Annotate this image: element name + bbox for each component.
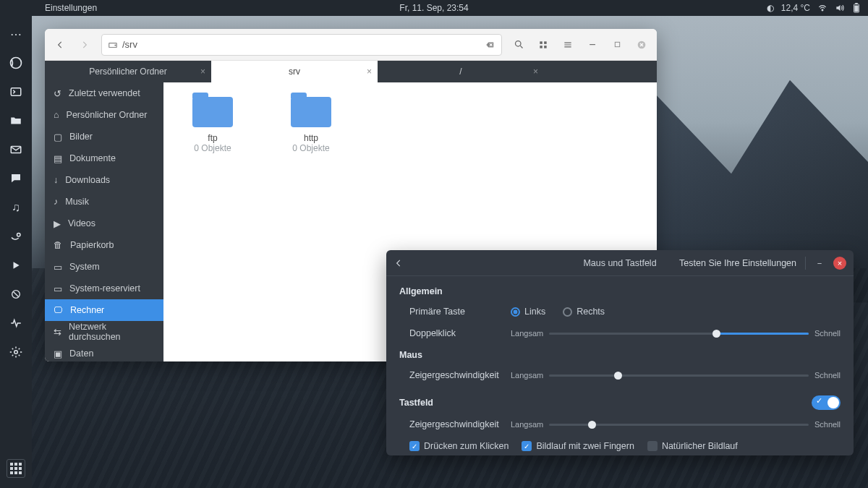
test-settings-button[interactable]: Testen Sie Ihre Einstellungen	[679, 258, 796, 268]
maximize-button[interactable]	[606, 34, 628, 56]
temperature-indicator[interactable]: 12,4 °C	[781, 3, 810, 13]
night-light-icon[interactable]: ◐	[767, 3, 774, 13]
path-text: /srv	[122, 39, 137, 50]
dock-music-icon[interactable]: ♫	[8, 200, 24, 215]
dock-block-icon[interactable]	[8, 286, 24, 302]
dock-chat-icon[interactable]	[8, 171, 24, 187]
sidebar-item-network[interactable]: ⇆Netzwerk durchsuchen	[45, 321, 163, 343]
mouse-speed-slider[interactable]: Langsam Schnell	[511, 371, 841, 380]
folder-ftp[interactable]: ftp 0 Objekte	[178, 97, 247, 153]
close-button[interactable]: ×	[833, 257, 846, 270]
pictures-icon: ▢	[54, 132, 62, 142]
sidebar-item-documents[interactable]: ▤Dokumente	[45, 147, 163, 169]
dock-files-icon[interactable]	[8, 113, 24, 129]
tab-root[interactable]: /×	[378, 61, 544, 82]
pointer-speed-label: Zeigergeschwindigkeit	[409, 370, 511, 380]
sidebar-item-label: System-reserviert	[69, 283, 140, 294]
drive-icon: ▭	[54, 262, 62, 273]
sidebar-item-data[interactable]: ▣Daten	[45, 343, 163, 361]
svg-point-9	[14, 351, 18, 354]
section-touchpad: Tastfeld	[399, 398, 433, 408]
dock-mail-icon[interactable]	[8, 142, 24, 158]
sidebar-item-label: Dokumente	[69, 153, 116, 163]
home-icon: ⌂	[54, 110, 59, 120]
folder-http[interactable]: http 0 Objekte	[276, 97, 346, 153]
checkbox-two-finger-scroll[interactable]: ✓	[522, 441, 532, 451]
search-button[interactable]	[508, 34, 529, 56]
sidebar-item-home[interactable]: ⌂Persönlicher Ordner	[45, 104, 163, 126]
sidebar-item-music[interactable]: ♪Musik	[45, 191, 163, 213]
clear-path-icon[interactable]	[484, 40, 495, 50]
slider-max-label: Schnell	[814, 420, 841, 429]
folder-icon	[291, 97, 331, 127]
sidebar-item-trash[interactable]: 🗑Papierkorb	[45, 234, 163, 256]
sidebar-item-downloads[interactable]: ↓Downloads	[45, 169, 163, 191]
sidebar-item-computer[interactable]: 🖵Rechner	[45, 299, 163, 321]
volume-icon[interactable]	[835, 3, 845, 13]
tab-home[interactable]: Persönlicher Ordner×	[45, 61, 211, 82]
show-applications-button[interactable]	[7, 459, 25, 478]
svg-rect-13	[540, 41, 542, 44]
touchpad-toggle[interactable]	[812, 395, 841, 410]
dock-steam-icon[interactable]	[8, 228, 24, 244]
dock-terminal-icon[interactable]	[8, 84, 24, 100]
grid-view-button[interactable]	[532, 34, 554, 56]
folder-icon: ▣	[54, 348, 62, 359]
sidebar-item-label: Bilder	[69, 132, 93, 142]
back-button[interactable]	[49, 34, 71, 56]
tab-label: Persönlicher Ordner	[89, 67, 166, 77]
close-icon[interactable]: ×	[367, 67, 372, 77]
radio-left-label: Links	[524, 307, 545, 317]
downloads-icon: ↓	[54, 175, 58, 185]
clock[interactable]: Fr, 11. Sep, 23:54	[0, 3, 868, 13]
minimize-button[interactable]: −	[813, 257, 826, 270]
tab-label: srv	[289, 67, 300, 77]
double-click-label: Doppelklick	[409, 328, 511, 338]
dock-more-icon[interactable]: ⋯	[8, 26, 24, 42]
minimize-button[interactable]: −	[582, 34, 603, 56]
sidebar-item-label: Zuletzt verwendet	[69, 88, 140, 98]
radio-right[interactable]	[563, 307, 572, 317]
path-bar[interactable]: /srv	[101, 34, 502, 56]
forward-button[interactable]	[74, 34, 95, 56]
dock-settings-icon[interactable]	[8, 344, 24, 360]
hamburger-menu-button[interactable]	[557, 34, 579, 56]
slider-min-label: Langsam	[511, 420, 543, 429]
active-app-label[interactable]: Einstellungen	[45, 3, 97, 13]
svg-point-11	[115, 45, 116, 46]
close-icon[interactable]: ×	[200, 67, 205, 77]
dock-firefox-icon[interactable]	[8, 55, 24, 71]
sidebar-item-videos[interactable]: ▶Videos	[45, 213, 163, 234]
checkbox-label: Drücken zum Klicken	[424, 441, 509, 451]
double-click-slider[interactable]: Langsam Schnell	[511, 329, 841, 338]
top-bar: Einstellungen Fr, 11. Sep, 23:54 ◐ 12,4 …	[0, 0, 868, 16]
drive-icon: ▭	[54, 283, 62, 294]
sidebar-item-label: Daten	[69, 348, 93, 359]
network-icon: ⇆	[54, 327, 61, 338]
touchpad-speed-slider[interactable]: Langsam Schnell	[511, 420, 841, 429]
dock-activity-icon[interactable]	[8, 315, 24, 331]
wifi-icon[interactable]	[817, 3, 827, 13]
videos-icon: ▶	[54, 218, 61, 229]
sidebar-item-recent[interactable]: ↺Zuletzt verwendet	[45, 82, 163, 104]
tab-srv[interactable]: srv×	[211, 61, 378, 82]
svg-rect-2	[855, 3, 858, 4]
sidebar-item-pictures[interactable]: ▢Bilder	[45, 126, 163, 147]
folder-subtitle: 0 Objekte	[178, 143, 247, 153]
checkbox-label: Bildlauf mit zwei Fingern	[536, 441, 634, 451]
back-button[interactable]	[393, 258, 404, 268]
battery-icon[interactable]	[852, 3, 861, 13]
svg-rect-5	[11, 88, 21, 96]
svg-point-7	[17, 234, 21, 237]
close-icon[interactable]: ×	[533, 67, 538, 77]
folder-icon	[192, 97, 233, 127]
sidebar-item-system-reserved[interactable]: ▭System-reserviert	[45, 278, 163, 299]
dock-play-icon[interactable]	[8, 257, 24, 273]
checkbox-natural-scroll[interactable]: ✓	[647, 441, 658, 451]
checkbox-tap-to-click[interactable]: ✓	[409, 441, 420, 451]
file-manager-toolbar: /srv −	[45, 29, 657, 61]
radio-left[interactable]	[511, 307, 520, 317]
close-button[interactable]	[631, 34, 652, 56]
sidebar-item-label: Papierkorb	[70, 240, 114, 250]
sidebar-item-system[interactable]: ▭System	[45, 256, 163, 278]
